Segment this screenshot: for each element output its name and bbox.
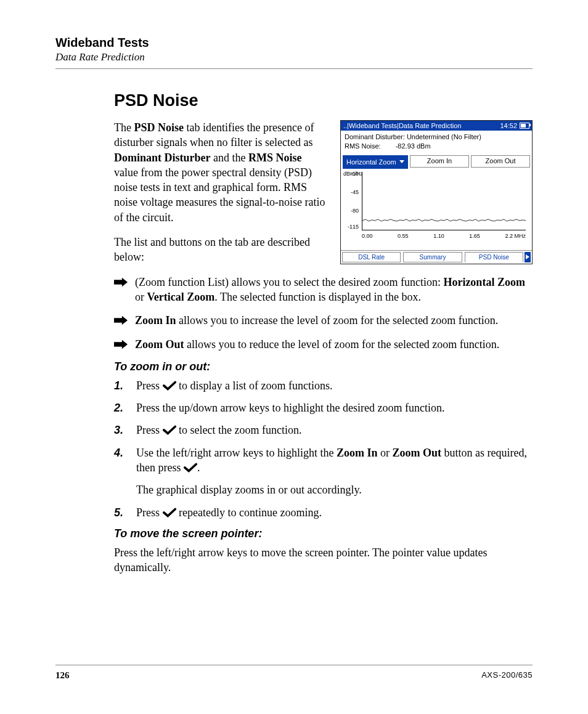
tab-summary[interactable]: Summary xyxy=(403,252,462,262)
device-info-area: Dominant Disturber: Undetermined (No Fil… xyxy=(341,131,532,155)
page-number: 126 xyxy=(55,670,70,681)
x-tick: 0.00 xyxy=(362,233,373,239)
product-model: AXS-200/635 xyxy=(481,670,533,681)
device-screenshot: ..|Wideband Tests|Data Rate Prediction 1… xyxy=(340,120,533,264)
y-tick: -115 xyxy=(348,224,359,230)
footer-rule xyxy=(55,665,533,665)
y-tick: -45 xyxy=(351,189,359,195)
list-item: 1. Press to display a list of zoom funct… xyxy=(114,378,533,393)
zoom-out-button[interactable]: Zoom Out xyxy=(471,155,530,168)
device-title-path: ..|Wideband Tests|Data Rate Prediction xyxy=(343,122,461,129)
check-key-icon xyxy=(163,381,176,391)
check-key-icon xyxy=(163,508,176,517)
section-heading: PSD Noise xyxy=(114,91,533,110)
step-note: The graphical display zooms in or out ac… xyxy=(136,482,533,497)
procedure-heading-zoom: To zoom in or out: xyxy=(114,360,533,373)
x-tick: 1.65 xyxy=(469,233,480,239)
list-item: Zoom Out allows you to reduce the level … xyxy=(114,337,533,352)
x-tick: 2.2 MHz xyxy=(505,233,526,239)
x-tick: 1.10 xyxy=(433,233,444,239)
tab-dsl-rate[interactable]: DSL Rate xyxy=(342,252,401,262)
chevron-down-icon xyxy=(399,160,404,163)
bullet-arrow-icon xyxy=(114,339,128,349)
check-key-icon xyxy=(184,463,197,473)
y-tick: -10 xyxy=(351,171,359,177)
battery-icon xyxy=(520,123,529,129)
bullet-arrow-icon xyxy=(114,277,128,287)
psd-chart: dBm/Hz (0.004, -147.29) -10 -45 -80 -115 xyxy=(345,172,528,239)
list-item: 2. Press the up/down arrow keys to highl… xyxy=(114,400,533,415)
running-header-section: Data Rate Prediction xyxy=(55,51,533,63)
list-item: (Zoom function List) allows you to selec… xyxy=(114,275,533,305)
tab-psd-noise[interactable]: PSD Noise xyxy=(465,252,523,262)
device-titlebar: ..|Wideband Tests|Data Rate Prediction 1… xyxy=(341,121,532,131)
header-rule xyxy=(55,68,533,69)
chart-noise-trace xyxy=(362,217,526,222)
list-item: 4. Use the left/right arrow keys to high… xyxy=(114,445,533,498)
list-item: 5. Press repeatedly to continue zooming. xyxy=(114,505,533,520)
zoom-mode-dropdown[interactable]: Horizontal Zoom xyxy=(343,155,408,169)
tabs-scroll-right[interactable] xyxy=(525,252,531,262)
check-key-icon xyxy=(163,425,176,435)
procedure-heading-pointer: To move the screen pointer: xyxy=(114,527,533,540)
zoom-procedure-list: 1. Press to display a list of zoom funct… xyxy=(114,378,533,520)
feature-bullet-list: (Zoom function List) allows you to selec… xyxy=(114,275,533,352)
pointer-procedure-text: Press the left/right arrow keys to move … xyxy=(114,545,533,575)
list-item: Zoom In allows you to increase the level… xyxy=(114,313,533,328)
bullet-arrow-icon xyxy=(114,315,128,325)
zoom-in-button[interactable]: Zoom In xyxy=(410,155,469,168)
device-clock-battery: 14:52 xyxy=(500,122,529,129)
x-tick: 0.55 xyxy=(398,233,409,239)
intro-paragraph-2: The list and buttons on the tab are desc… xyxy=(114,235,328,265)
list-item: 3. Press to select the zoom function. xyxy=(114,423,533,437)
intro-paragraph-1: The PSD Noise tab identifies the presenc… xyxy=(114,120,328,225)
running-header-chapter: Wideband Tests xyxy=(55,36,533,50)
y-tick: -80 xyxy=(351,208,359,214)
